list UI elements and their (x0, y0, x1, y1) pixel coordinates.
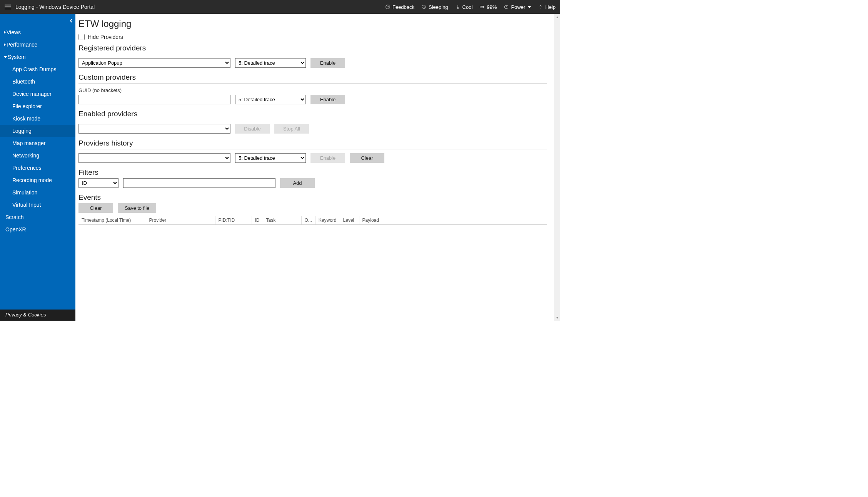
sidebar-item-networking[interactable]: Networking (0, 149, 75, 162)
enabled-provider-select[interactable] (78, 124, 230, 134)
section-heading: Events (78, 193, 547, 202)
sidebar-item-device-manager[interactable]: Device manager (0, 88, 75, 100)
content-area: ETW logging Hide Providers Registered pr… (75, 14, 560, 321)
sidebar-item-scratch[interactable]: Scratch (0, 211, 75, 223)
sleep-status: Sleeping (421, 4, 448, 10)
svg-point-0 (386, 5, 390, 9)
sidebar-collapse-button[interactable] (69, 18, 73, 24)
custom-enable-button[interactable]: Enable (310, 95, 345, 104)
section-filters: Filters ID Add (78, 168, 547, 188)
sidebar-item-virtual-input[interactable]: Virtual Input (0, 199, 75, 211)
events-col-id[interactable]: ID (252, 216, 263, 225)
history-level-select[interactable]: 5: Detailed trace (235, 153, 306, 163)
events-col-keyword[interactable]: Keyword (315, 216, 340, 225)
divider (78, 120, 547, 120)
temp-label: Cool (462, 4, 473, 10)
power-icon (504, 4, 509, 10)
history-icon (421, 4, 427, 10)
topbar: Logging - Windows Device Portal Feedback… (0, 0, 560, 14)
events-col-pid-tid[interactable]: PID:TID (215, 216, 252, 225)
power-menu[interactable]: Power (504, 4, 531, 10)
svg-point-9 (541, 8, 541, 8)
sidebar-item-preferences[interactable]: Preferences (0, 162, 75, 174)
temperature-status: Cool (455, 4, 473, 10)
section-heading: Registered providers (78, 44, 547, 52)
sidebar-group-performance[interactable]: Performance (0, 38, 75, 51)
filter-value-input[interactable] (123, 178, 275, 188)
chevron-down-icon (528, 6, 531, 8)
sidebar: Views Performance System App Crash Dumps… (0, 14, 75, 321)
section-heading: Providers history (78, 139, 547, 147)
sidebar-group-views[interactable]: Views (0, 26, 75, 38)
feedback-label: Feedback (392, 4, 414, 10)
events-table: Timestamp (Local Time)ProviderPID:TIDIDT… (78, 216, 547, 225)
custom-guid-input[interactable] (78, 95, 230, 104)
sidebar-group-label: System (8, 54, 26, 60)
scroll-up-icon[interactable]: ▴ (554, 14, 560, 20)
sidebar-group-label: Performance (7, 42, 37, 48)
sidebar-item-app-crash-dumps[interactable]: App Crash Dumps (0, 63, 75, 75)
svg-point-2 (388, 6, 389, 7)
sidebar-item-kiosk-mode[interactable]: Kiosk mode (0, 112, 75, 125)
section-heading: Custom providers (78, 73, 547, 82)
svg-rect-5 (484, 7, 484, 7)
events-clear-button[interactable]: Clear (78, 203, 113, 213)
caret-right-icon (4, 31, 6, 34)
battery-status: 99% (479, 4, 497, 10)
page-window-title: Logging - Windows Device Portal (15, 4, 95, 10)
events-col-task[interactable]: Task (263, 216, 301, 225)
sidebar-item-openxr[interactable]: OpenXR (0, 223, 75, 236)
caret-down-icon (4, 56, 7, 58)
section-registered-providers: Registered providers Application Popup 5… (78, 44, 547, 68)
registered-enable-button[interactable]: Enable (310, 58, 345, 68)
history-enable-button: Enable (310, 153, 345, 163)
hide-providers-label[interactable]: Hide Providers (88, 34, 123, 40)
feedback-icon (385, 4, 391, 10)
privacy-cookies-link[interactable]: Privacy & Cookies (0, 310, 75, 321)
scroll-thumb[interactable] (554, 20, 560, 315)
events-save-button[interactable]: Save to file (118, 203, 156, 213)
svg-point-1 (387, 6, 387, 7)
scroll-down-icon[interactable]: ▾ (554, 315, 560, 321)
sidebar-item-simulation[interactable]: Simulation (0, 186, 75, 199)
filter-field-select[interactable]: ID (78, 178, 119, 188)
events-col-provider[interactable]: Provider (146, 216, 215, 225)
history-clear-button[interactable]: Clear (350, 153, 384, 163)
section-custom-providers: Custom providers GUID (no brackets) 5: D… (78, 73, 547, 104)
feedback-link[interactable]: Feedback (385, 4, 414, 10)
page-title: ETW logging (78, 18, 547, 29)
enabled-disable-button: Disable (235, 124, 270, 134)
registered-level-select[interactable]: 5: Detailed trace (235, 58, 306, 68)
registered-provider-select[interactable]: Application Popup (78, 58, 230, 68)
events-col-o-[interactable]: O... (301, 216, 315, 225)
section-providers-history: Providers history 5: Detailed trace Enab… (78, 139, 547, 163)
sidebar-item-bluetooth[interactable]: Bluetooth (0, 75, 75, 88)
power-label: Power (511, 4, 525, 10)
battery-icon (479, 4, 485, 10)
help-link[interactable]: Help (538, 4, 556, 10)
caret-right-icon (4, 43, 6, 46)
events-col-payload[interactable]: Payload (359, 216, 547, 225)
sidebar-item-file-explorer[interactable]: File explorer (0, 100, 75, 112)
divider (78, 149, 547, 149)
custom-level-select[interactable]: 5: Detailed trace (235, 95, 306, 104)
events-col-timestamp-local-time-[interactable]: Timestamp (Local Time) (78, 216, 146, 225)
vertical-scrollbar[interactable]: ▴ ▾ (554, 14, 560, 321)
sidebar-group-system[interactable]: System (0, 51, 75, 63)
events-col-level[interactable]: Level (340, 216, 359, 225)
divider (78, 54, 547, 54)
enabled-stopall-button: Stop All (274, 124, 309, 134)
filter-add-button[interactable]: Add (280, 178, 315, 188)
thermometer-icon (455, 4, 461, 10)
sidebar-group-label: Views (7, 29, 21, 35)
sidebar-item-map-manager[interactable]: Map manager (0, 137, 75, 149)
help-icon (538, 4, 543, 10)
menu-toggle-icon[interactable] (5, 5, 11, 9)
svg-point-3 (457, 7, 459, 9)
hide-providers-checkbox[interactable] (78, 34, 85, 40)
history-provider-select[interactable] (78, 153, 230, 163)
sleep-label: Sleeping (429, 4, 448, 10)
sidebar-item-recording-mode[interactable]: Recording mode (0, 174, 75, 186)
sidebar-item-logging[interactable]: Logging (0, 125, 75, 137)
guid-hint: GUID (no brackets) (78, 87, 547, 93)
